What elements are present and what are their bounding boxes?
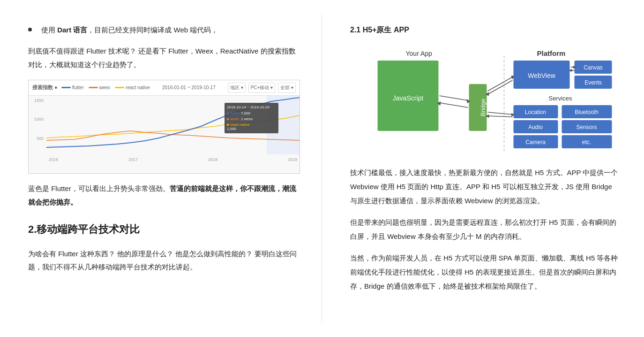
arrow-bridge-webview-1 — [488, 77, 513, 91]
chart-control-all[interactable]: 全部 ▾ — [278, 83, 296, 93]
legend-weex-label: weex — [99, 84, 110, 92]
x-label-3: 2019 — [288, 156, 297, 163]
bluetooth-label: Bluetooth — [575, 109, 599, 115]
y-label-1: 1000 — [34, 115, 44, 123]
legend-weex: weex — [89, 84, 110, 92]
location-label: Location — [525, 109, 546, 115]
chart-date-range: 2016-01-01 ~ 2019-10-17 — [162, 84, 216, 92]
arrow-bridge-webview-2 — [488, 80, 513, 94]
search-chart: 搜索指数 ● flutter weex react native — [28, 80, 300, 174]
events-label: Events — [584, 79, 602, 86]
svg-text:1 weex: 1 weex — [241, 117, 253, 121]
section-heading-2: 2.移动端跨平台技术对比 — [28, 220, 298, 239]
x-label-1: 2017 — [128, 156, 138, 163]
svg-text:1,000: 1,000 — [227, 127, 237, 131]
left-column: 使用 Dart 语言，目前已经支持同时编译成 Web 端代码， 到底值不值得跟进… — [0, 14, 322, 323]
webview-label: WebView — [528, 72, 556, 79]
arrow-bridge-services-2 — [488, 116, 513, 117]
legend-react: react native — [115, 84, 150, 92]
legend-weex-color — [89, 87, 98, 88]
bullet-text-after: ，目前已经支持同时编译成 Web 端代码， — [87, 26, 218, 34]
bullet-text-before: 使用 — [41, 26, 57, 34]
chart-xaxis: 2016 2017 2018 2019 — [46, 155, 300, 164]
paragraph-3: 为啥会有 Flutter 这种东西？ 他的原理是什么？ 他是怎么做到高性能的？ … — [28, 247, 298, 274]
bridge-label: Bridge — [479, 99, 487, 116]
svg-text:2019-10-14 ~ 2019-10-20: 2019-10-14 ~ 2019-10-20 — [227, 105, 270, 109]
right-column: 2.1 H5+原生 APP Platform Your App JavaScri… — [322, 14, 644, 323]
javascript-label: JavaScript — [393, 94, 423, 102]
chart-title: 搜索指数 ● — [32, 83, 58, 92]
legend-flutter-color — [61, 87, 71, 88]
paragraph-2: 蓝色是 Flutter，可以看出上升势头非常强劲。苦逼的前端就是这样，你不跟潮流… — [28, 182, 298, 209]
chart-controls-bar: 地区 ▾ PC+移动 ▾ 全部 ▾ — [228, 83, 296, 93]
right-paragraph-1: 技术门槛最低，接入速度最快，热更新最方便的，自然就是 H5 方式。APP 中提供… — [350, 166, 621, 208]
camera-label: Camera — [525, 139, 546, 146]
bullet-text: 使用 Dart 语言，目前已经支持同时编译成 Web 端代码， — [41, 23, 218, 36]
legend-react-color — [115, 87, 124, 88]
svg-text:7,000: 7,000 — [241, 111, 251, 115]
right-paragraph-2: 但是带来的问题也很明显，因为是需要远程直连，那么初次打开 H5 页面，会有瞬间的… — [350, 215, 621, 244]
x-label-0: 2016 — [49, 156, 58, 163]
bullet-item: 使用 Dart 语言，目前已经支持同时编译成 Web 端代码， — [28, 23, 298, 36]
chart-header: 搜索指数 ● flutter weex react native — [29, 80, 300, 96]
paragraph-2-normal: 蓝色是 Flutter，可以看出上升势头非常强劲。 — [28, 184, 170, 192]
chart-control-device[interactable]: PC+移动 ▾ — [248, 83, 276, 93]
bullet-bold-text: Dart 语言 — [57, 26, 87, 34]
right-paragraph-3: 当然，作为前端开发人员，在 H5 方式可以使用 SPA 单页面、懒加载、离线 H… — [350, 251, 621, 293]
y-label-0: 1500 — [34, 97, 44, 104]
legend-flutter-label: flutter — [72, 84, 84, 92]
sensors-label: Sensors — [576, 124, 597, 130]
architecture-diagram: Platform Your App JavaScript Bridge WebV… — [350, 46, 621, 154]
y-label-2: 500 — [37, 135, 44, 142]
etc-label: etc. — [582, 139, 591, 146]
platform-label: Platform — [537, 49, 566, 57]
chart-legend: flutter weex react native — [61, 84, 150, 92]
chart-svg: 2019-10-14 ~ 2019-10-20 ■ flutter 7,000 … — [46, 96, 300, 154]
svg-text:■ react native: ■ react native — [227, 123, 250, 127]
x-label-2: 2018 — [208, 156, 217, 163]
arrow-js-bridge-1 — [440, 96, 468, 100]
services-label: Services — [549, 95, 572, 102]
audio-label: Audio — [528, 124, 543, 130]
svg-text:■ weex: ■ weex — [227, 117, 239, 121]
chart-body: 1500 1000 500 — [29, 96, 300, 164]
your-app-label: Your App — [406, 50, 433, 57]
arch-svg: Platform Your App JavaScript Bridge WebV… — [350, 46, 621, 154]
paragraph-1: 到底值不值得跟进 Flutter 技术呢？ 还是看下 Flutter，Weex，… — [28, 45, 298, 71]
canvas-label: Canvas — [584, 64, 603, 71]
chart-control-region[interactable]: 地区 ▾ — [228, 83, 246, 93]
svg-text:■ flutter: ■ flutter — [227, 111, 240, 115]
legend-react-label: react native — [126, 84, 150, 92]
chart-yaxis: 1500 1000 500 — [29, 96, 45, 154]
chart-svg-area: 2019-10-14 ~ 2019-10-20 ■ flutter 7,000 … — [46, 96, 300, 154]
subsection-heading-2-1: 2.1 H5+原生 APP — [350, 23, 621, 37]
legend-flutter: flutter — [61, 84, 84, 92]
arrow-bridge-services-1 — [488, 112, 513, 115]
bullet-dot — [28, 28, 32, 31]
arrow-js-bridge-2 — [440, 103, 468, 107]
